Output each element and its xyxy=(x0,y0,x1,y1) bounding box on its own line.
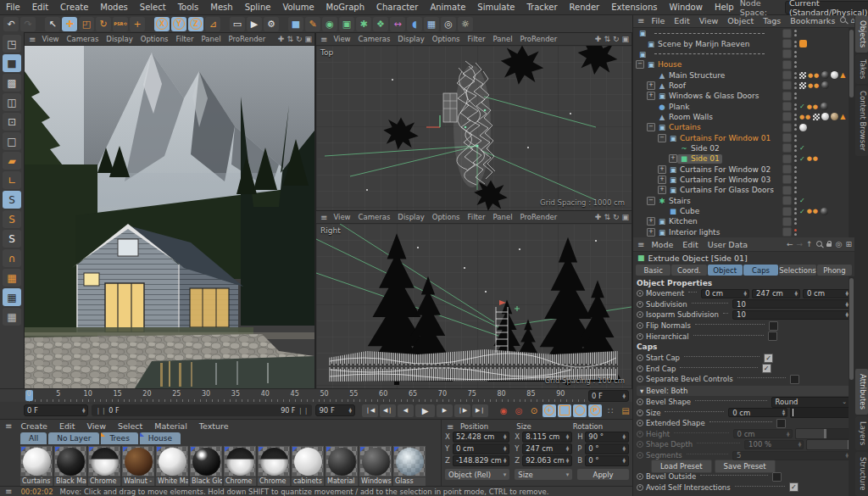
vp-menu-filter[interactable]: Filter xyxy=(465,35,489,43)
vp-menu-filter[interactable]: Filter xyxy=(173,35,198,43)
object-name[interactable]: ▣Curtains For Window 02 xyxy=(666,164,773,174)
prev-key-button[interactable]: ◀❘ xyxy=(380,404,396,417)
checkbox[interactable] xyxy=(790,375,799,384)
object-row[interactable]: +▲Roof●● xyxy=(633,81,854,91)
visibility-dots[interactable] xyxy=(794,30,797,36)
value-spinner[interactable]: 10▲▼ xyxy=(732,299,851,309)
material-item[interactable]: Windows xyxy=(359,446,392,486)
hamburger-icon[interactable]: ≡ xyxy=(445,422,460,432)
viewport-perspective[interactable]: ≡ViewCamerasDisplayOptionsFilterPanelPro… xyxy=(24,32,315,388)
subdivision-surface-icon[interactable]: ◉ xyxy=(322,17,337,31)
target-icon[interactable]: ◎ xyxy=(836,240,843,248)
undo-icon[interactable]: ↶ xyxy=(3,17,19,31)
object-name[interactable]: ▣Interior lights xyxy=(655,227,722,237)
animation-dot-icon[interactable] xyxy=(637,365,643,372)
viewport-top[interactable]: ≡ViewCamerasDisplayOptionsFilterPanelPro… xyxy=(315,32,632,210)
object-row[interactable]: ●Plank✓●● xyxy=(633,101,854,111)
timeline-ruler-track[interactable]: 051015202530354045505560657075808590 xyxy=(24,389,585,403)
material-item[interactable]: Chrome xyxy=(258,446,290,486)
layer-chip[interactable] xyxy=(782,217,792,226)
object-row[interactable]: −✱Stairs✓ xyxy=(633,196,854,206)
material-preview[interactable] xyxy=(88,446,120,476)
panel-tab-content-browser[interactable]: Content Browser xyxy=(855,86,868,156)
layer-chip[interactable] xyxy=(782,81,792,90)
animation-dot-icon[interactable] xyxy=(637,431,643,437)
object-name[interactable]: ▣Curtains For Glass Doors xyxy=(666,186,776,195)
object-name[interactable]: ▲Main Structure xyxy=(655,70,727,80)
polygon-mode-icon[interactable]: ▰ xyxy=(3,152,21,170)
pan-icon[interactable]: ✚ xyxy=(595,213,602,221)
vp-menu-display[interactable]: Display xyxy=(394,35,427,43)
coord-input[interactable]: 0 °▲▼ xyxy=(585,443,629,454)
tab-basic[interactable]: Basic xyxy=(636,265,670,276)
rotate-tool-icon[interactable]: ↻ xyxy=(96,17,111,31)
material-tag-icon[interactable] xyxy=(821,81,829,89)
z-axis-lock-icon[interactable]: Z xyxy=(188,17,203,31)
vp-menu-panel[interactable]: Panel xyxy=(490,213,516,221)
visibility-dots[interactable] xyxy=(794,187,797,193)
coord-input[interactable]: -148.829 cm▲▼ xyxy=(453,455,509,466)
om-menu-tags[interactable]: Tags xyxy=(759,16,785,25)
layer-chip[interactable] xyxy=(782,70,792,80)
visibility-dots[interactable] xyxy=(794,198,797,204)
material-item[interactable]: Curtains xyxy=(20,446,53,486)
menu-create[interactable]: Create xyxy=(54,3,94,12)
expand-toggle[interactable]: + xyxy=(669,154,677,163)
om-menu-file[interactable]: File xyxy=(647,16,669,25)
checkbox[interactable] xyxy=(769,321,778,331)
point-mode-icon[interactable]: ⊡ xyxy=(3,113,21,131)
save-preset-button[interactable]: Save Preset xyxy=(715,460,776,473)
expand-toggle[interactable]: + xyxy=(647,228,655,237)
menu-animate[interactable]: Animate xyxy=(424,3,471,12)
object-name[interactable]: ✱Stairs xyxy=(655,196,693,205)
current-frame-spinner[interactable]: 0 F ▲▼ xyxy=(24,404,88,416)
layer-chip[interactable] xyxy=(782,49,792,59)
animation-dot-icon[interactable] xyxy=(637,290,643,297)
vp-menu-cameras[interactable]: Cameras xyxy=(355,35,394,43)
snap-setting-icon[interactable]: S xyxy=(3,210,21,228)
object-row[interactable]: ▲Main Structure●●▲ xyxy=(633,70,854,80)
material-preview[interactable] xyxy=(156,446,188,476)
camera-icon[interactable]: ◎ xyxy=(441,17,456,31)
attr-menu-edit[interactable]: Edit xyxy=(678,240,702,249)
material-item[interactable]: White Matt xyxy=(156,446,188,486)
checkbox[interactable] xyxy=(776,419,786,428)
visibility-dots[interactable] xyxy=(794,82,797,89)
panel-tab-takes[interactable]: Takes xyxy=(855,54,868,84)
hamburger-icon[interactable]: ≡ xyxy=(3,421,14,431)
dolly-icon[interactable]: ⇅ xyxy=(604,35,610,43)
field-icon[interactable]: ◖ xyxy=(407,17,422,31)
edge-mode-icon[interactable]: □ xyxy=(3,132,21,150)
animation-dot-icon[interactable] xyxy=(637,420,643,426)
menu-character[interactable]: Character xyxy=(370,3,424,12)
visibility-dots[interactable] xyxy=(794,72,797,79)
goto-end-button[interactable]: ▶❘ xyxy=(472,404,488,417)
timeline-layout-button[interactable]: ▤ xyxy=(619,404,632,417)
value-spinner[interactable]: 0 cm▲▼ xyxy=(803,289,851,298)
visibility-dots[interactable] xyxy=(794,61,797,68)
object-row[interactable]: +▣Curtains For Window 02 xyxy=(633,164,854,174)
object-row[interactable]: +▣Curtains For Glass Doors xyxy=(633,185,854,195)
layer-chip[interactable] xyxy=(782,196,792,205)
value-slider[interactable] xyxy=(790,407,851,418)
keyframe-selection-button[interactable]: ⊙ xyxy=(527,404,541,417)
material-tag-icon[interactable] xyxy=(821,103,828,110)
object-name[interactable]: ▣Windows & Glass Doors xyxy=(655,92,761,101)
menu-render[interactable]: Render xyxy=(564,3,606,12)
key-scale-button[interactable] xyxy=(558,404,571,417)
value-spinner[interactable]: 10▲▼ xyxy=(732,310,851,320)
object-row[interactable]: ■Cube✓●● xyxy=(633,206,854,216)
material-preview[interactable] xyxy=(258,446,290,476)
render-view-icon[interactable]: ▭ xyxy=(230,17,245,31)
spinner-arrows-icon[interactable]: ▲▼ xyxy=(782,410,785,415)
floor-icon[interactable]: ▦ xyxy=(424,17,439,31)
hamburger-icon[interactable]: ≡ xyxy=(319,35,329,44)
timeline-range-slider[interactable]: ❘❘ 0 F 90 F ❘❘ xyxy=(92,404,312,416)
vp-menu-prorender[interactable]: ProRender xyxy=(517,35,561,43)
locked-workplane-icon[interactable]: ▦ xyxy=(3,288,21,306)
enable-snap-icon[interactable]: S xyxy=(3,191,21,209)
value-slider[interactable] xyxy=(806,439,851,450)
add-panel-icon[interactable]: ⊞ xyxy=(845,240,852,248)
material-item[interactable]: Material xyxy=(326,446,358,486)
make-editable-icon[interactable]: ◳ xyxy=(3,35,21,53)
